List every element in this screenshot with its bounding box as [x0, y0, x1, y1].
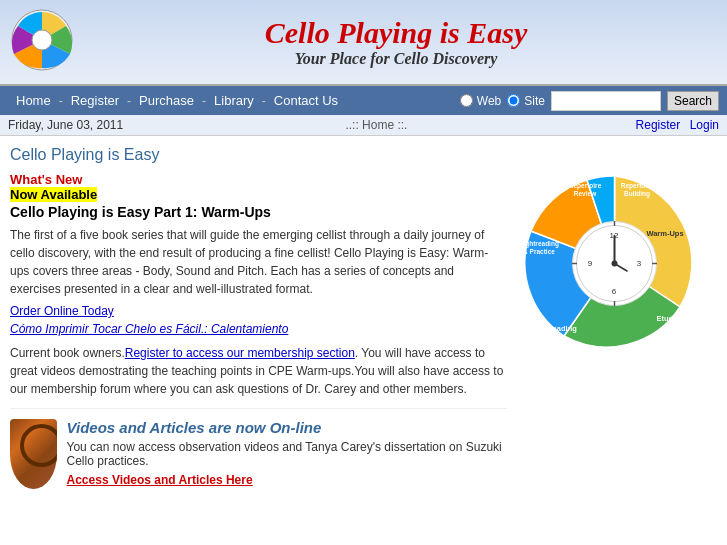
svg-text:Warm-Ups: Warm-Ups — [646, 229, 683, 238]
header-logo — [10, 8, 75, 76]
book-title: Cello Playing is Easy Part 1: Warm-Ups — [10, 204, 507, 220]
svg-text:6: 6 — [612, 287, 617, 296]
radio-web-group[interactable]: Web — [460, 94, 501, 108]
register-link-nav[interactable]: Register — [636, 118, 681, 132]
svg-point-1 — [32, 30, 52, 50]
svg-text:Repertoire: Repertoire — [621, 182, 654, 190]
videos-title: Videos and Articles are now On-line — [67, 419, 507, 436]
nav-home[interactable]: Home — [8, 90, 59, 111]
radio-web-label: Web — [477, 94, 501, 108]
spanish-link[interactable]: Cómo Imprimir Tocar Chelo es Fácil.: Cal… — [10, 322, 507, 336]
now-available-badge: Now Available — [10, 187, 97, 202]
radio-web[interactable] — [460, 94, 473, 107]
svg-text:Reading: Reading — [547, 324, 577, 333]
date-display: Friday, June 03, 2011 — [8, 118, 123, 132]
nav-library[interactable]: Library — [206, 90, 262, 111]
nav-register[interactable]: Register — [63, 90, 127, 111]
cello-image — [10, 419, 57, 489]
member-pre: Current book owners. — [10, 346, 125, 360]
videos-link[interactable]: Access Videos and Articles Here — [67, 473, 253, 487]
navbar: Home - Register - Purchase - Library - C… — [0, 86, 727, 115]
svg-text:9: 9 — [588, 259, 593, 268]
book-description: The first of a five book series that wil… — [10, 226, 507, 298]
site-subtitle: Your Place for Cello Discovery — [75, 50, 717, 68]
sidebar: 12 3 6 9 Warm-Ups Etudes Reading Sightre… — [517, 146, 717, 489]
infobar: Friday, June 03, 2011 ..:: Home ::. Regi… — [0, 115, 727, 136]
svg-point-14 — [612, 261, 618, 267]
main-content: Cello Playing is Easy What's New Now Ava… — [0, 136, 727, 499]
content-area: Cello Playing is Easy What's New Now Ava… — [10, 146, 507, 489]
svg-text:Building: Building — [624, 190, 650, 198]
pie-chart: 12 3 6 9 Warm-Ups Etudes Reading Sightre… — [517, 166, 712, 361]
radio-site-group[interactable]: Site — [507, 94, 545, 108]
nav-search-area: Web Site Search — [460, 91, 719, 111]
radio-site[interactable] — [507, 94, 520, 107]
page-title: Cello Playing is Easy — [10, 146, 507, 164]
videos-section: Videos and Articles are now On-line You … — [10, 408, 507, 489]
radio-site-label: Site — [524, 94, 545, 108]
videos-content: Videos and Articles are now On-line You … — [67, 419, 507, 487]
nav-purchase[interactable]: Purchase — [131, 90, 202, 111]
member-text: Current book owners.Register to access o… — [10, 344, 507, 398]
search-input[interactable] — [551, 91, 661, 111]
svg-text:Repertoire: Repertoire — [569, 182, 602, 190]
svg-text:Etudes: Etudes — [656, 314, 681, 323]
nav-contact[interactable]: Contact Us — [266, 90, 346, 111]
order-link[interactable]: Order Online Today — [10, 304, 507, 318]
whats-new-label: What's New — [10, 172, 507, 187]
breadcrumb: ..:: Home ::. — [123, 118, 629, 132]
svg-text:Sightreading: Sightreading — [519, 240, 559, 248]
search-button[interactable]: Search — [667, 91, 719, 111]
svg-text:3: 3 — [637, 259, 642, 268]
svg-text:& Practice: & Practice — [523, 248, 555, 255]
member-register-link[interactable]: Register to access our membership sectio… — [125, 346, 355, 360]
site-title: Cello Playing is Easy — [75, 16, 717, 50]
register-login-area: Register Login — [630, 118, 719, 132]
header: Cello Playing is Easy Your Place for Cel… — [0, 0, 727, 86]
login-link-nav[interactable]: Login — [690, 118, 719, 132]
videos-description: You can now access observation videos an… — [67, 440, 507, 468]
svg-text:Review: Review — [574, 190, 597, 197]
header-text: Cello Playing is Easy Your Place for Cel… — [75, 16, 717, 68]
